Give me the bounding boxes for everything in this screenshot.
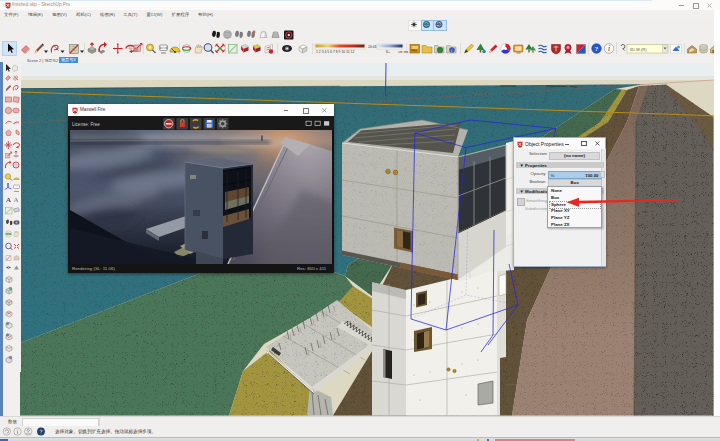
svg-text:10:08: 10:08 — [398, 50, 408, 54]
svg-text:3D-W-(R): 3D-W-(R) — [630, 47, 648, 52]
svg-text:20:43: 20:43 — [368, 45, 377, 49]
svg-text:i: i — [608, 44, 610, 53]
svg-text:PRE: PRE — [411, 49, 417, 53]
svg-text:1 2 3 4 5 6 7 8 9 10 11 12: 1 2 3 4 5 6 7 8 9 10 11 12 — [316, 50, 355, 54]
svg-text:?: ? — [595, 45, 599, 53]
svg-text:A: A — [6, 196, 11, 204]
svg-text:6+: 6+ — [386, 50, 390, 54]
svg-text:A: A — [13, 196, 18, 204]
